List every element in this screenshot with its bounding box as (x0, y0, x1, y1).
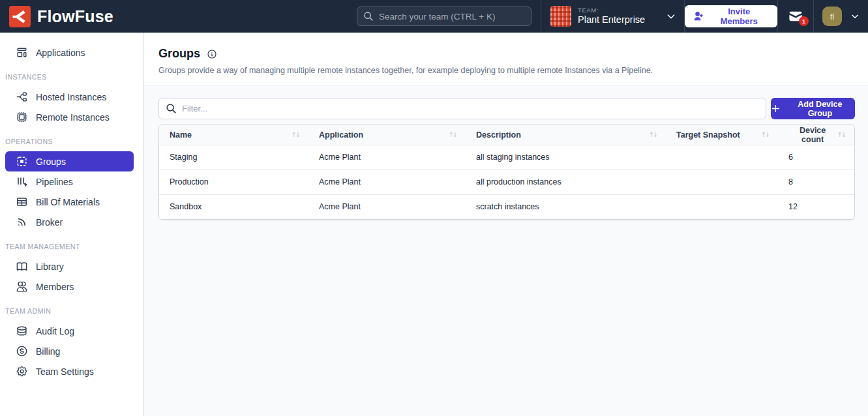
sort-icon[interactable]: ↑↓ (760, 131, 769, 138)
audit-log-icon (16, 325, 28, 337)
column-header-target-snapshot[interactable]: Target Snapshot↑↓ (666, 125, 778, 145)
page-header: Groups Groups provide a way of managing … (143, 33, 868, 85)
pipelines-icon (16, 175, 28, 188)
page-description: Groups provide a way of managing multipl… (158, 66, 852, 75)
chevron-down-icon (850, 12, 860, 21)
sidebar-item-label: Pipelines (36, 177, 73, 187)
user-menu[interactable]: fl (813, 0, 868, 33)
column-header-description[interactable]: Description↑↓ (466, 125, 666, 145)
gear-icon (16, 365, 28, 378)
sort-icon[interactable]: ↑↓ (837, 131, 845, 138)
groups-icon (16, 155, 28, 168)
team-avatar (550, 6, 571, 27)
broker-icon (16, 216, 28, 228)
sidebar-item-label: Audit Log (36, 326, 74, 336)
groups-toolbar: Add Device Group (158, 98, 855, 119)
groups-table: Name↑↓ Application↑↓ Description↑↓ Targe… (158, 125, 855, 220)
invite-members-label: Invite Members (709, 7, 769, 26)
library-icon (16, 260, 28, 273)
bill-of-materials-icon (16, 196, 28, 208)
filter-input[interactable] (182, 104, 759, 113)
sort-icon[interactable]: ↑↓ (648, 131, 657, 138)
cell-name: Staging (159, 145, 308, 170)
sidebar-item-remote-instances[interactable]: Remote Instances (0, 107, 143, 127)
invite-members-wrap: Invite Members (685, 0, 777, 33)
sidebar-item-bill-of-materials[interactable]: Bill Of Materials (0, 192, 143, 212)
cell-name: Production (159, 170, 308, 194)
cell-application: Acme Plant (308, 145, 466, 170)
sidebar-item-label: Billing (36, 346, 60, 357)
members-icon (16, 280, 28, 293)
sidebar-item-label: Groups (36, 156, 66, 167)
sidebar-item-broker[interactable]: Broker (0, 212, 143, 232)
sidebar-item-label: Members (36, 282, 74, 292)
sidebar-section-instances: INSTANCES (0, 63, 143, 87)
cell-description: scratch instances (466, 194, 666, 219)
cell-description: all production instances (466, 170, 666, 194)
info-icon[interactable] (207, 49, 217, 59)
team-selector[interactable]: TEAM: Plant Enterprise (541, 0, 685, 33)
sort-icon[interactable]: ↑↓ (291, 131, 299, 138)
search-icon (363, 11, 374, 22)
sidebar-item-label: Applications (36, 48, 85, 58)
sidebar-item-applications[interactable]: Applications (0, 42, 143, 63)
sidebar-item-label: Library (36, 261, 64, 272)
team-name: Plant Enterprise (578, 14, 645, 25)
sidebar-item-billing[interactable]: Billing (0, 341, 143, 361)
sidebar-item-label: Hosted Instances (36, 92, 106, 102)
cell-device-count: 8 (778, 170, 854, 194)
sidebar-item-audit-log[interactable]: Audit Log (0, 321, 143, 341)
billing-icon (16, 345, 28, 357)
sidebar-section-operations: OPERATIONS (0, 127, 143, 151)
cell-device-count: 6 (778, 145, 854, 170)
add-device-group-button[interactable]: Add Device Group (771, 98, 855, 119)
cell-description: all staging instances (466, 145, 666, 170)
flowfuse-logo-icon (9, 6, 31, 27)
page-title: Groups (158, 47, 200, 61)
column-label: Description (476, 130, 521, 140)
invite-members-button[interactable]: Invite Members (685, 5, 777, 27)
remote-instances-icon (16, 111, 28, 123)
column-header-device-count[interactable]: Device count↑↓ (778, 125, 854, 145)
cell-application: Acme Plant (308, 194, 466, 219)
team-selector-text: TEAM: Plant Enterprise (578, 7, 645, 25)
column-label: Application (319, 130, 363, 140)
search-icon (166, 103, 177, 114)
sidebar-item-library[interactable]: Library (0, 256, 143, 276)
sidebar-item-label: Remote Instances (36, 112, 110, 123)
column-label: Target Snapshot (676, 130, 740, 140)
notifications-button[interactable]: 1 (777, 0, 813, 33)
team-search-box[interactable] (357, 7, 531, 26)
search-input[interactable] (379, 12, 525, 22)
add-device-group-label: Add Device Group (785, 100, 855, 118)
column-header-name[interactable]: Name↑↓ (159, 125, 308, 145)
cell-target-snapshot (666, 145, 778, 170)
cell-target-snapshot (666, 194, 778, 219)
topbar: FlowFuse TEAM: Plant Enterprise Invite M… (0, 0, 868, 33)
user-add-icon (693, 11, 704, 22)
table-row[interactable]: Sandbox Acme Plant scratch instances 12 (159, 194, 854, 219)
notification-badge: 1 (799, 16, 809, 26)
sidebar-item-groups[interactable]: Groups (5, 151, 134, 171)
cell-device-count: 12 (778, 194, 854, 219)
flowfuse-logo[interactable]: FlowFuse (9, 0, 113, 33)
team-label: TEAM: (578, 7, 645, 14)
table-header-row: Name↑↓ Application↑↓ Description↑↓ Targe… (159, 125, 854, 145)
sidebar-item-label: Bill Of Materials (36, 197, 100, 207)
applications-icon (16, 46, 28, 59)
avatar: fl (822, 7, 842, 26)
sidebar-item-hosted-instances[interactable]: Hosted Instances (0, 87, 143, 107)
sidebar-item-team-settings[interactable]: Team Settings (0, 361, 143, 381)
column-header-application[interactable]: Application↑↓ (308, 125, 466, 145)
sidebar-item-pipelines[interactable]: Pipelines (0, 171, 143, 192)
sidebar-section-team-management: TEAM MANAGEMENT (0, 232, 143, 256)
table-row[interactable]: Production Acme Plant all production ins… (159, 170, 854, 194)
table-row[interactable]: Staging Acme Plant all staging instances… (159, 145, 854, 170)
sidebar-section-team-admin: TEAM ADMIN (0, 297, 143, 321)
topbar-right-cluster: TEAM: Plant Enterprise Invite Members 1 … (541, 0, 868, 33)
filter-box[interactable] (158, 98, 766, 119)
sidebar-item-members[interactable]: Members (0, 276, 143, 297)
brand-name: FlowFuse (37, 7, 113, 26)
sort-icon[interactable]: ↑↓ (448, 131, 456, 138)
cell-name: Sandbox (159, 194, 308, 219)
